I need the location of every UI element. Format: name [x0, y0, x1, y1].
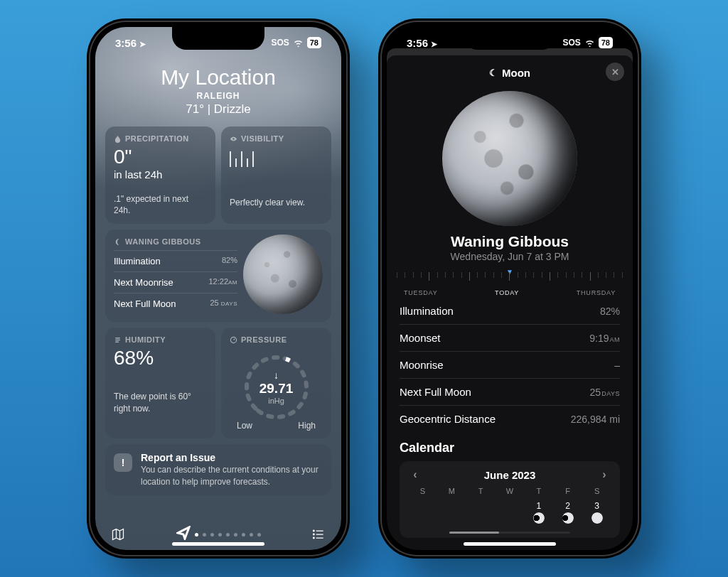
moon-phase-icon	[592, 512, 603, 524]
bottom-toolbar	[95, 526, 341, 543]
phase-title: Waning Gibbous	[400, 233, 620, 250]
page-dots[interactable]	[176, 526, 261, 543]
visibility-card[interactable]: VISIBILITY Perfectly clear view.	[221, 126, 331, 224]
moon-large-image	[442, 91, 577, 226]
calendar-dow: S	[582, 487, 611, 495]
calendar-day	[408, 498, 437, 524]
calendar-day[interactable]: 1	[524, 498, 553, 524]
calendar-month: June 2023	[484, 469, 536, 481]
svg-point-5	[314, 537, 315, 539]
list-icon[interactable]	[311, 527, 326, 541]
calendar-dow: M	[437, 487, 466, 495]
battery-icon: 78	[599, 37, 613, 48]
precip-period: in last 24h	[114, 168, 207, 180]
detail-next-full-moon: Next Full Moon25DAYS	[400, 379, 620, 406]
calendar-day	[466, 498, 496, 524]
moon-card[interactable]: WANING GIBBOUS Illumination82% Next Moon…	[105, 230, 331, 322]
phone-left: 3:56 ➤ SOS 78 My Location RALEIGH 71° | …	[87, 18, 350, 559]
calendar-day	[496, 498, 525, 524]
calendar-dow: T	[524, 487, 553, 495]
svg-point-3	[314, 530, 315, 532]
moon-details-list: Illumination82% Moonset9:19AM Moonrise– …	[400, 298, 620, 432]
calendar-day[interactable]: 2	[553, 498, 582, 524]
visibility-ticks	[230, 147, 323, 167]
detail-distance: Geocentric Distance226,984 mi	[400, 406, 620, 432]
status-time: 3:56 ➤	[115, 37, 146, 49]
close-button[interactable]: ✕	[606, 63, 624, 81]
calendar-card[interactable]: ‹ June 2023 › SMTWTFS123	[400, 461, 620, 538]
pressure-gauge: ↓ 29.71 inHg	[237, 348, 316, 426]
calendar-day[interactable]: 3	[582, 498, 611, 524]
status-sos: SOS	[271, 38, 289, 48]
calendar-dow: S	[408, 487, 437, 495]
wifi-icon	[584, 39, 595, 47]
calendar-scrollbar[interactable]	[449, 532, 570, 534]
battery-icon: 78	[307, 37, 321, 48]
droplet-icon	[114, 135, 122, 143]
calendar-dow: F	[553, 487, 582, 495]
detail-moonset: Moonset9:19AM	[400, 325, 620, 352]
map-icon[interactable]	[111, 527, 125, 541]
detail-illumination: Illumination82%	[400, 298, 620, 325]
location-arrow-icon	[176, 526, 191, 543]
location-title: My Location	[105, 65, 331, 90]
pressure-card[interactable]: PRESSURE ↓ 29.71 inHg	[221, 328, 331, 438]
svg-point-4	[314, 534, 315, 535]
phone-right: 3:56 ➤ SOS 78 ☾ Moon ✕ Waning Gibbous We…	[378, 18, 641, 559]
report-issue-card[interactable]: ! Report an Issue You can describe the c…	[105, 444, 331, 495]
notch	[172, 27, 264, 50]
humidity-note: The dew point is 60° right now.	[114, 391, 207, 414]
moon-detail-sheet: ☾ Moon ✕ Waning Gibbous Wednesday, Jun 7…	[387, 55, 633, 550]
moon-timeline[interactable]: ▼ TUESDAYTODAYTHURSDAY	[397, 268, 623, 296]
status-time: 3:56 ➤	[407, 37, 437, 49]
visibility-note: Perfectly clear view.	[230, 197, 323, 208]
calendar-dow: T	[466, 487, 496, 495]
moon-phase-icon	[562, 512, 574, 524]
sheet-header: ☾ Moon ✕	[387, 61, 633, 84]
calendar-next-button[interactable]: ›	[597, 468, 611, 481]
location-city: RALEIGH	[105, 91, 331, 101]
precip-note: .1" expected in next 24h.	[114, 193, 207, 216]
humidity-value: 68%	[114, 348, 207, 368]
moon-icon: ☾	[489, 68, 498, 78]
calendar-dow: W	[496, 487, 525, 495]
location-header[interactable]: My Location RALEIGH 71° | Drizzle	[105, 65, 331, 117]
eye-icon	[230, 135, 237, 143]
status-sos: SOS	[562, 38, 580, 48]
home-indicator[interactable]	[464, 542, 556, 546]
humidity-card[interactable]: HUMIDITY 68% The dew point is 60° right …	[105, 328, 215, 438]
moon-phase-icon	[533, 512, 545, 524]
humidity-icon	[114, 336, 122, 344]
detail-moonrise: Moonrise–	[400, 352, 620, 379]
phase-datetime: Wednesday, Jun 7 at 3 PM	[400, 251, 620, 262]
location-conditions: 71° | Drizzle	[105, 102, 331, 117]
arrow-down-icon: ↓	[274, 370, 279, 381]
wifi-icon	[293, 39, 304, 47]
moon-icon	[114, 238, 122, 246]
exclamation-icon: !	[114, 453, 132, 472]
calendar-day	[437, 498, 466, 524]
gauge-icon	[230, 336, 237, 344]
calendar-prev-button[interactable]: ‹	[408, 468, 422, 481]
calendar-section-title: Calendar	[400, 441, 620, 455]
precipitation-card[interactable]: PRECIPITATION 0" in last 24h .1" expecte…	[105, 126, 215, 224]
precip-value: 0"	[114, 147, 207, 167]
notch	[464, 27, 556, 50]
home-indicator[interactable]	[172, 542, 264, 546]
moon-thumbnail	[243, 234, 323, 314]
